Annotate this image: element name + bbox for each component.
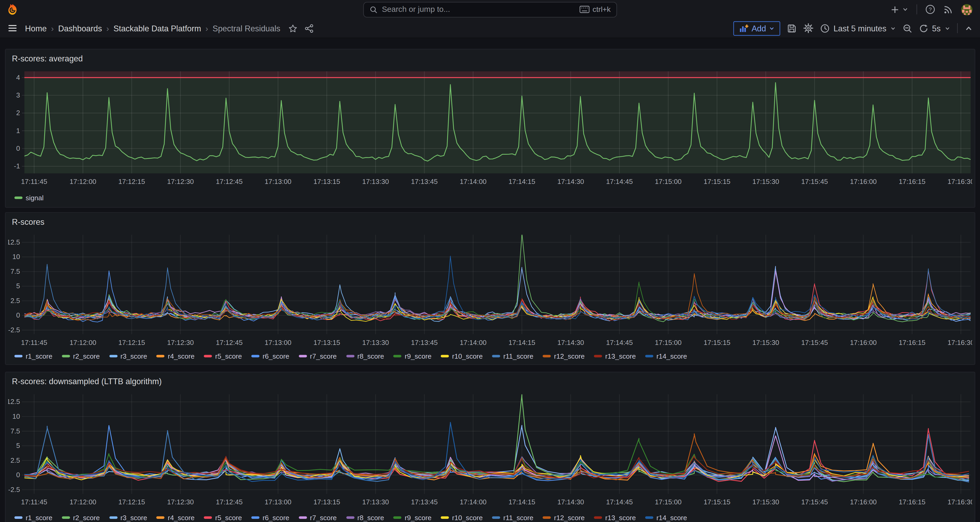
legend-item[interactable]: r1_score	[14, 514, 52, 522]
legend-item[interactable]: r4_score	[157, 352, 194, 360]
legend-series-label: r8_score	[357, 514, 384, 522]
legend-series-label: r13_score	[605, 514, 636, 522]
legend-series-swatch	[441, 355, 449, 358]
svg-text:17:14:00: 17:14:00	[460, 338, 487, 346]
time-series-chart[interactable]: -2.502.557.51012.517:11:4517:12:0017:12:…	[8, 233, 972, 350]
help-button[interactable]: ?	[925, 5, 935, 14]
legend-series-label: r13_score	[605, 352, 636, 360]
zoom-out-time-button[interactable]	[903, 24, 912, 33]
svg-text:4: 4	[16, 73, 20, 81]
legend-item[interactable]: r8_score	[346, 514, 384, 522]
svg-text:17:16:00: 17:16:00	[850, 498, 877, 506]
legend-series-swatch	[14, 196, 23, 199]
grafana-logo-icon[interactable]	[6, 3, 19, 16]
legend-item[interactable]: r1_score	[14, 352, 52, 360]
legend-item[interactable]: r12_score	[543, 514, 585, 522]
add-panel-button[interactable]: Add	[733, 21, 780, 35]
svg-text:0: 0	[16, 311, 20, 319]
legend-series-label: r10_score	[452, 352, 483, 360]
time-range-picker[interactable]: Last 5 minutes	[821, 24, 896, 33]
legend-item[interactable]: r8_score	[346, 352, 384, 360]
topbar-actions: ?	[890, 0, 973, 19]
favorite-button[interactable]	[288, 24, 298, 33]
mega-menu-button[interactable]	[8, 23, 18, 33]
svg-text:3: 3	[16, 91, 20, 99]
breadcrumb-separator: ›	[205, 24, 208, 33]
time-series-chart[interactable]: -10123417:11:4517:12:0017:12:1517:12:301…	[8, 70, 972, 188]
toolbar-actions: Add	[733, 21, 972, 35]
svg-text:17:13:45: 17:13:45	[411, 498, 438, 506]
save-dashboard-button[interactable]	[788, 24, 797, 33]
search-input[interactable]: Search or jump to... ctrl+k	[363, 2, 617, 17]
legend-item[interactable]: r10_score	[441, 514, 483, 522]
svg-text:17:14:15: 17:14:15	[509, 177, 535, 185]
legend-item[interactable]: r3_score	[109, 514, 147, 522]
legend-item[interactable]: r3_score	[109, 352, 147, 360]
news-button[interactable]	[943, 5, 953, 14]
svg-text:17:14:15: 17:14:15	[509, 498, 535, 506]
collapse-toolbar-button[interactable]	[964, 24, 973, 32]
legend-series-swatch	[346, 355, 354, 358]
legend-series-label: r14_score	[657, 514, 687, 522]
legend-item[interactable]: r10_score	[441, 352, 483, 360]
legend-item[interactable]: r13_score	[594, 514, 636, 522]
svg-text:17:16:00: 17:16:00	[850, 338, 877, 346]
legend-item[interactable]: signal	[14, 194, 44, 201]
user-avatar[interactable]	[961, 3, 972, 15]
breadcrumb-dashboards[interactable]: Dashboards	[58, 24, 102, 33]
dashboard-settings-button[interactable]	[803, 23, 814, 33]
refresh-picker[interactable]: 5s	[919, 24, 950, 33]
legend-series-swatch	[251, 516, 259, 519]
legend-item[interactable]: r9_score	[393, 352, 431, 360]
svg-text:17:12:30: 17:12:30	[167, 177, 194, 185]
svg-text:17:11:45: 17:11:45	[21, 338, 48, 346]
svg-text:17:15:45: 17:15:45	[801, 498, 828, 506]
legend-item[interactable]: r12_score	[543, 352, 585, 360]
panel-title[interactable]: R-scores: averaged	[12, 54, 83, 63]
svg-text:17:11:45: 17:11:45	[21, 177, 48, 185]
legend-item[interactable]: r5_score	[204, 514, 242, 522]
svg-text:17:15:15: 17:15:15	[703, 177, 730, 185]
legend-item[interactable]: r7_score	[299, 352, 337, 360]
legend-series-swatch	[645, 516, 653, 519]
new-dropdown-button[interactable]	[890, 5, 908, 14]
legend-item[interactable]: r14_score	[645, 352, 687, 360]
top-nav-bar: Search or jump to... ctrl+k	[0, 0, 980, 19]
breadcrumb-home[interactable]: Home	[25, 24, 46, 33]
legend-series-label: r9_score	[405, 514, 432, 522]
legend-series-swatch	[492, 355, 500, 358]
legend-item[interactable]: r9_score	[393, 514, 431, 522]
legend-series-swatch	[543, 516, 551, 519]
legend-item[interactable]: r2_score	[62, 352, 100, 360]
svg-text:17:13:00: 17:13:00	[264, 177, 291, 185]
svg-text:17:12:15: 17:12:15	[118, 177, 145, 185]
breadcrumb-folder[interactable]: Stackable Data Platform	[113, 24, 201, 33]
help-icon: ?	[925, 5, 935, 14]
share-button[interactable]	[305, 24, 314, 33]
svg-text:17:16:15: 17:16:15	[899, 338, 926, 346]
svg-text:17:13:30: 17:13:30	[362, 177, 389, 185]
svg-text:5: 5	[16, 442, 20, 450]
legend-item[interactable]: r4_score	[157, 514, 194, 522]
legend-item[interactable]: r11_score	[492, 352, 533, 360]
legend-series-swatch	[346, 516, 354, 519]
panel-title[interactable]: R-scores	[12, 217, 45, 227]
legend-item[interactable]: r14_score	[645, 514, 687, 522]
svg-text:17:14:45: 17:14:45	[606, 177, 633, 185]
svg-text:7.5: 7.5	[11, 267, 20, 275]
breadcrumb-current-dashboard: Spectral Residuals	[213, 24, 280, 33]
legend-item[interactable]: r11_score	[492, 514, 533, 522]
breadcrumb-separator: ›	[51, 24, 54, 33]
legend-item[interactable]: r7_score	[299, 514, 337, 522]
legend-item[interactable]: r13_score	[594, 352, 636, 360]
legend-item[interactable]: r6_score	[251, 352, 289, 360]
panel-title[interactable]: R-scores: downsampled (LTTB algorithm)	[12, 377, 162, 386]
legend-item[interactable]: r5_score	[204, 352, 242, 360]
legend-item[interactable]: r6_score	[251, 514, 289, 522]
svg-text:2.5: 2.5	[11, 457, 20, 464]
time-series-chart[interactable]: -2.502.557.51012.517:11:4517:12:0017:12:…	[8, 392, 972, 509]
legend-series-label: r5_score	[215, 352, 242, 360]
svg-text:17:15:30: 17:15:30	[752, 338, 779, 346]
gear-icon	[803, 23, 814, 33]
legend-item[interactable]: r2_score	[62, 514, 100, 522]
